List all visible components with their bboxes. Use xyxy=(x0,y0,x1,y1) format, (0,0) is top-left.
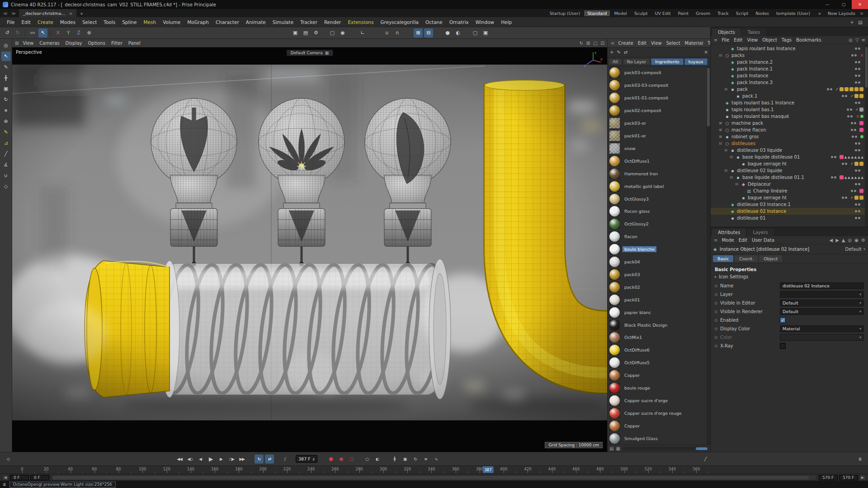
object-tree-scrollbar[interactable] xyxy=(865,44,868,227)
enabled-dot-icon[interactable] xyxy=(860,115,863,118)
record-rotation-button[interactable]: ↻ xyxy=(411,455,420,464)
tab-takes[interactable]: Takes xyxy=(742,28,766,36)
layer-filter-all[interactable]: All xyxy=(609,58,622,65)
object-expander-icon[interactable]: ⊞ xyxy=(718,128,723,132)
search-icon[interactable]: ◎ xyxy=(848,238,852,243)
visibility-dots[interactable] xyxy=(827,88,832,90)
selection-tag-icon[interactable]: ▲ xyxy=(851,155,853,159)
object-row[interactable]: ◈tapis roulant bas.1 Instance xyxy=(711,99,868,106)
make-preview-button[interactable]: ◇ xyxy=(4,455,13,464)
render-visibility-dot[interactable] xyxy=(845,95,847,97)
render-visibility-dot[interactable] xyxy=(854,122,856,124)
current-frame-field[interactable]: 387 F▲▼ xyxy=(296,455,317,463)
selection-tag-icon[interactable]: ▲ xyxy=(848,176,850,179)
editor-visibility-dot[interactable] xyxy=(855,68,857,70)
nav-up-icon[interactable]: ▲ xyxy=(842,238,845,243)
layout-script[interactable]: Script xyxy=(733,10,752,16)
attribute-menu-mode[interactable]: Mode xyxy=(719,237,736,243)
range-right-arrow[interactable]: ▶ xyxy=(859,475,866,480)
selection-tag-icon[interactable]: ▲ xyxy=(858,155,860,159)
close-button[interactable]: ✕ xyxy=(852,0,868,9)
object-expander-icon[interactable]: ⊟ xyxy=(718,53,723,57)
visibility-dots[interactable] xyxy=(855,142,860,145)
name-field[interactable]: distileuse 02 Instance xyxy=(780,282,864,289)
attribute-panel-menu-icon[interactable]: ≡ xyxy=(712,238,719,243)
section-tab-basic[interactable]: Basic xyxy=(713,255,733,262)
editor-visibility-dot[interactable] xyxy=(855,203,857,206)
selection-tag-icon[interactable]: ▲ xyxy=(844,176,847,179)
layout-startup-user[interactable]: Startup (User) xyxy=(547,10,583,16)
menu-file[interactable]: File xyxy=(4,19,18,26)
selection-tag-icon[interactable]: ▲ xyxy=(858,176,860,179)
material-menu-texture[interactable]: Texture xyxy=(705,40,710,46)
layer-filter-ingredients[interactable]: Ingredients xyxy=(651,58,684,65)
viewport-menu-display[interactable]: Display xyxy=(63,40,85,46)
texture-tag-icon[interactable] xyxy=(844,87,849,91)
lock-y-axis-icon[interactable]: Y xyxy=(64,28,73,38)
keyframe-dot-icon[interactable] xyxy=(715,319,717,322)
visibility-dots[interactable] xyxy=(847,108,852,111)
menu-ornatrix[interactable]: Ornatrix xyxy=(446,19,472,26)
nav-forward-icon[interactable]: ▶ xyxy=(835,238,839,243)
editor-visibility-dot[interactable] xyxy=(851,54,854,56)
material-menu-edit[interactable]: Edit xyxy=(636,40,649,46)
menu-tracker[interactable]: Tracker xyxy=(297,19,321,26)
filter-icon[interactable]: ▽ xyxy=(855,38,859,42)
menu-mesh[interactable]: Mesh xyxy=(140,19,159,26)
layer-filter-no-layer[interactable]: No Layer xyxy=(623,58,650,65)
object-row[interactable]: ◈pack Instance.2 xyxy=(711,59,868,66)
texture-tag-icon[interactable] xyxy=(854,196,859,200)
editor-visibility-dot[interactable] xyxy=(842,163,844,165)
render-visibility-dot[interactable] xyxy=(858,203,860,206)
layout-uv-edit[interactable]: UV Edit xyxy=(652,10,674,16)
material-item[interactable]: Copper sucre d'orge rouge xyxy=(608,407,706,419)
x-ray-checkbox[interactable] xyxy=(780,343,786,349)
render-visibility-dot[interactable] xyxy=(854,190,856,192)
material-item[interactable]: Black Plastic Design xyxy=(608,319,706,331)
display-color-select[interactable]: Material▾ xyxy=(780,325,864,332)
material-item[interactable]: OctGlossy2 xyxy=(608,218,706,230)
keyframe-dot-icon[interactable] xyxy=(715,285,717,287)
minimize-button[interactable]: — xyxy=(819,0,835,9)
viewport-menu-cameras[interactable]: Cameras xyxy=(37,40,62,46)
editor-visibility-dot[interactable] xyxy=(855,210,857,212)
material-item[interactable]: pack02 xyxy=(608,281,706,293)
stepper-down-icon[interactable]: ▼ xyxy=(313,459,315,461)
render-visibility-dot[interactable] xyxy=(858,217,860,219)
material-item[interactable]: snow xyxy=(608,142,706,155)
object-expander-icon[interactable]: ⊟ xyxy=(723,169,728,173)
render-picture-viewer-icon[interactable]: ▤ xyxy=(301,28,310,38)
editor-visibility-dot[interactable] xyxy=(855,47,857,50)
menu-greyscalegorilla[interactable]: Greyscalegorilla xyxy=(377,19,422,26)
material-item[interactable]: flacon xyxy=(608,230,706,243)
object-row[interactable]: ⊟▪pack✓ xyxy=(711,86,868,93)
viewport-menu-options[interactable]: Options xyxy=(85,40,108,46)
visibility-dots[interactable] xyxy=(855,210,860,212)
texture-tag-icon[interactable] xyxy=(854,87,859,91)
menu-octane[interactable]: Octane xyxy=(422,19,446,26)
record-pla-button[interactable]: ∿ xyxy=(432,455,441,464)
editor-visibility-dot[interactable] xyxy=(855,217,857,219)
tab-objects[interactable]: Objects xyxy=(712,28,741,36)
menu-mograph[interactable]: MoGraph xyxy=(184,19,212,26)
object-row[interactable]: ▪pack.1✓ xyxy=(711,93,868,99)
material-item[interactable]: pack03-03-composit xyxy=(608,79,706,92)
object-row[interactable]: ⊟▪base liquide distileuse 01.1▲▲▲▲▲▲ xyxy=(711,174,868,181)
editor-visibility-dot[interactable] xyxy=(855,183,857,185)
magnet-tool-icon[interactable]: ∪ xyxy=(1,171,11,180)
modeling-axis-tool-icon[interactable]: ∗ xyxy=(1,106,11,115)
editor-visibility-dot[interactable] xyxy=(847,108,849,111)
editor-visibility-dot[interactable] xyxy=(855,81,857,84)
load-material-icon[interactable]: ⇄ xyxy=(624,50,627,55)
selection-tag-icon[interactable]: ▲ xyxy=(848,155,850,159)
icon-settings-group[interactable]: ▸ Icon Settings xyxy=(715,273,864,281)
sound-button[interactable]: ♪ xyxy=(280,455,289,464)
visibility-dots[interactable] xyxy=(855,47,860,50)
material-item[interactable]: pack03-or xyxy=(608,117,706,130)
layer-select[interactable]: ▾ xyxy=(780,291,864,298)
material-view-grid-icon[interactable]: ▦ xyxy=(616,446,620,451)
snap-magnet-icon[interactable]: ∪ xyxy=(382,28,392,38)
texture-tag-icon[interactable] xyxy=(849,87,854,91)
texture-tag-icon[interactable] xyxy=(859,108,863,112)
new-material-icon[interactable]: + xyxy=(610,50,613,55)
